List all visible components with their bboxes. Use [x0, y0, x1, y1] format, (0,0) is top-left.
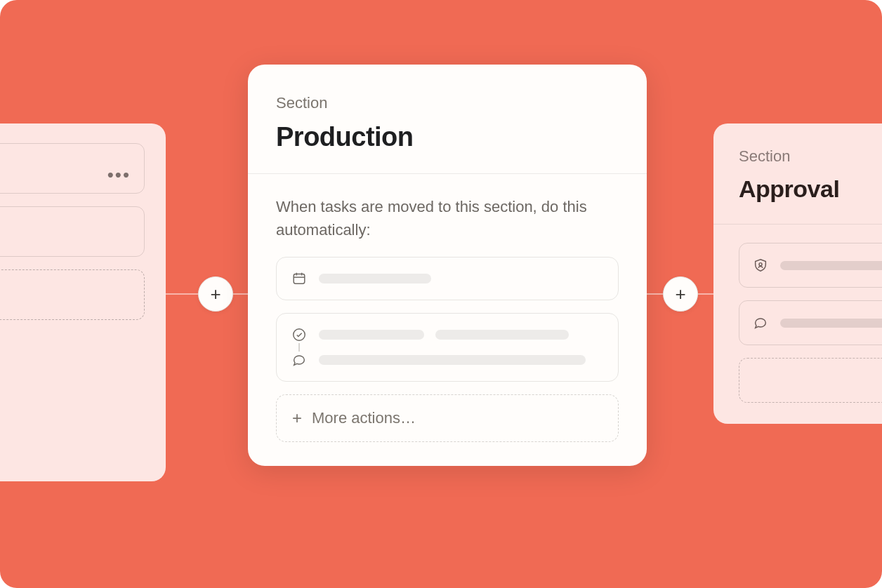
check-circle-icon [291, 326, 308, 343]
add-rule-placeholder[interactable] [739, 358, 882, 403]
section-card-prev: ••• [0, 123, 166, 481]
section-title: Approval [739, 175, 882, 203]
add-section-button-left[interactable]: + [198, 276, 233, 312]
divider [713, 224, 882, 225]
section-description: When tasks are moved to this section, do… [276, 195, 619, 241]
automation-rule[interactable] [739, 300, 882, 345]
more-options-icon[interactable]: ••• [107, 164, 131, 186]
rule-placeholder[interactable] [0, 206, 145, 257]
calendar-icon [291, 270, 308, 287]
section-card-next: Section Approval [713, 123, 882, 424]
workflow-canvas: ••• + Section Production When tasks are … [0, 0, 882, 588]
plus-icon: + [675, 283, 685, 305]
rule-text-placeholder [319, 355, 586, 365]
comment-icon [291, 352, 308, 368]
section-eyebrow: Section [276, 94, 619, 112]
section-header: Section Production [248, 65, 647, 174]
automation-rule[interactable] [739, 243, 882, 288]
comment-icon [752, 314, 769, 331]
rule-text-placeholder [435, 330, 569, 340]
plus-icon: + [292, 410, 302, 427]
section-eyebrow: Section [739, 147, 882, 166]
rule-text-placeholder [780, 261, 882, 270]
rule-text-placeholder [319, 330, 424, 340]
rule-connector [298, 343, 300, 352]
rule-text-placeholder [319, 274, 431, 283]
plus-icon: + [210, 283, 220, 305]
section-card-current: Section Production When tasks are moved … [248, 65, 647, 466]
automation-rule[interactable] [276, 257, 619, 300]
rule-text-placeholder [780, 319, 882, 328]
svg-rect-0 [294, 274, 305, 284]
automation-rule[interactable] [276, 313, 619, 382]
svg-point-1 [294, 329, 305, 341]
section-title: Production [276, 122, 619, 152]
more-actions-label: More actions… [312, 409, 416, 427]
svg-point-2 [759, 263, 762, 266]
more-actions-button[interactable]: + More actions… [276, 394, 619, 442]
add-section-button-right[interactable]: + [663, 276, 698, 312]
assignee-icon [752, 257, 769, 274]
add-rule-placeholder[interactable] [0, 269, 145, 320]
